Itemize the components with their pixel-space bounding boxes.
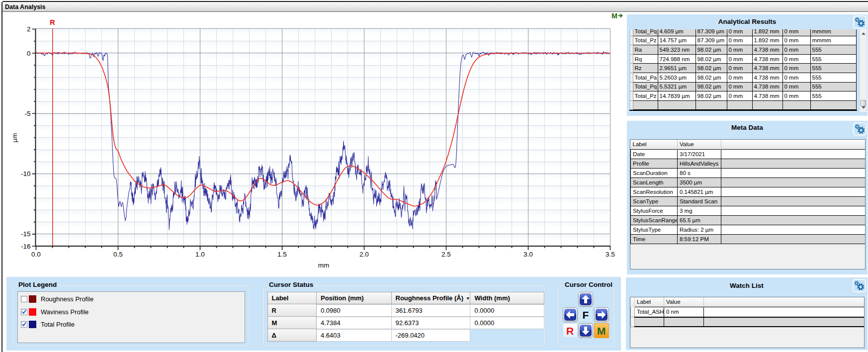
svg-text:0.0: 0.0 (31, 251, 41, 258)
svg-text:2.5: 2.5 (441, 251, 451, 258)
svg-text:1.5: 1.5 (277, 251, 287, 258)
svg-text:3.5: 3.5 (606, 251, 615, 258)
svg-text:R: R (50, 18, 55, 26)
svg-text:-10: -10 (21, 170, 31, 177)
svg-text:0: 0 (27, 50, 31, 57)
svg-text:-15: -15 (21, 230, 31, 238)
svg-text:1.0: 1.0 (195, 251, 205, 258)
svg-text:2: 2 (27, 25, 31, 33)
svg-text:mm: mm (318, 262, 330, 269)
svg-text:M: M (611, 12, 617, 20)
svg-text:µm: µm (11, 133, 18, 142)
svg-text:2.0: 2.0 (359, 251, 369, 258)
svg-text:3.0: 3.0 (523, 251, 533, 258)
svg-text:0.5: 0.5 (113, 251, 123, 258)
svg-text:-5: -5 (24, 110, 30, 117)
svg-text:-16: -16 (21, 243, 31, 250)
